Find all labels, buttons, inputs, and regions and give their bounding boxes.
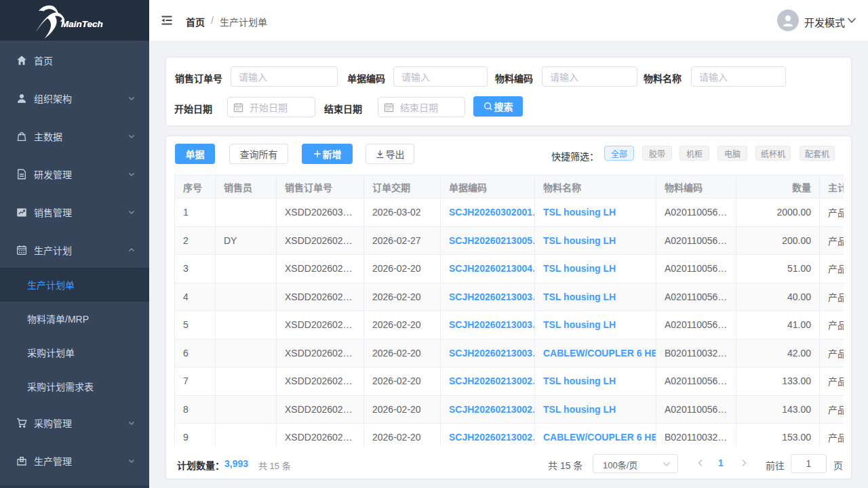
svg-text:MainTech: MainTech [61,19,103,29]
